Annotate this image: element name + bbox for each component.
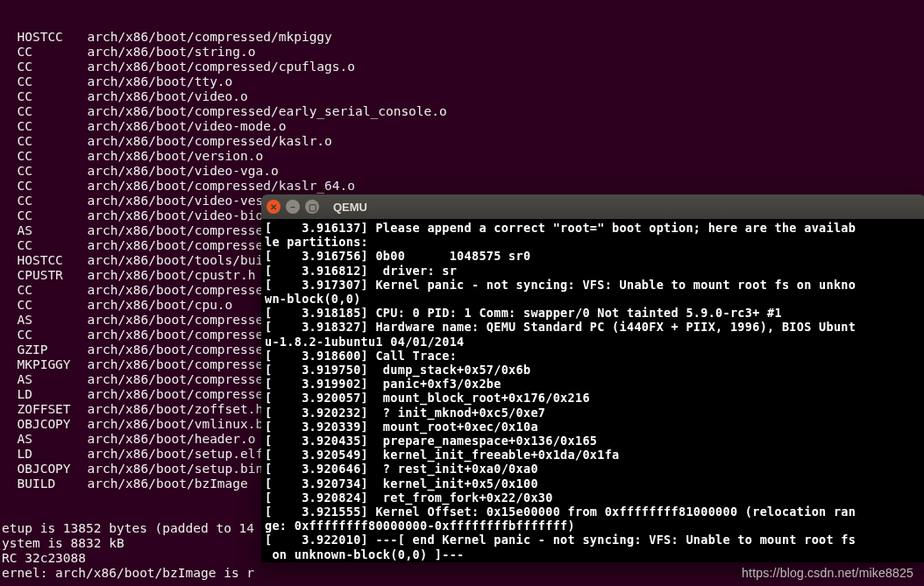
build-line: CCarch/x86/boot/tty.o — [2, 74, 922, 89]
qemu-log-line: [ 3.920232] ? init_mknod+0xc5/0xe7 — [265, 406, 922, 420]
build-line: CCarch/x86/boot/video-mode.o — [2, 119, 922, 134]
build-line: CCarch/x86/boot/string.o — [2, 45, 922, 60]
qemu-log-line: [ 3.916137] Please append a correct "roo… — [265, 221, 922, 235]
maximize-icon[interactable]: ▢ — [305, 200, 319, 214]
qemu-log-line: [ 3.920549] kernel_init_freeable+0x1da/0… — [265, 448, 922, 462]
qemu-log-line: [ 3.919902] panic+0xf3/0x2be — [265, 377, 922, 391]
qemu-window-title: QEMU — [333, 200, 367, 215]
qemu-log-line: ge: 0xffffffff80000000-0xffffffffbffffff… — [265, 519, 922, 533]
qemu-log-line: [ 3.918185] CPU: 0 PID: 1 Comm: swapper/… — [265, 306, 922, 320]
qemu-log-line: [ 3.920057] mount_block_root+0x176/0x216 — [265, 391, 922, 405]
build-line: CCarch/x86/boot/video-vga.o — [2, 164, 922, 179]
qemu-log-line: [ 3.918327] Hardware name: QEMU Standard… — [265, 320, 922, 334]
qemu-log-line: [ 3.919750] dump_stack+0x57/0x6b — [265, 363, 922, 377]
qemu-log-line: u-1.8.2-1ubuntu1 04/01/2014 — [265, 335, 922, 349]
qemu-log-line: [ 3.921555] Kernel Offset: 0x15e00000 fr… — [265, 505, 922, 519]
qemu-log-line: [ 3.920646] ? rest_init+0xa0/0xa0 — [265, 462, 922, 476]
qemu-log-line: [ 3.920435] prepare_namespace+0x136/0x16… — [265, 434, 922, 448]
build-line: CCarch/x86/boot/compressed/early_serial_… — [2, 104, 922, 119]
close-icon[interactable]: ✕ — [267, 200, 281, 214]
qemu-log-line: [ 3.920339] mount_root+0xec/0x10a — [265, 420, 922, 434]
qemu-log-line: le partitions: — [265, 235, 922, 249]
qemu-log-line: [ 3.920824] ret_from_fork+0x22/0x30 — [265, 491, 922, 505]
qemu-window[interactable]: ✕ – ▢ QEMU [ 3.916137] Please append a c… — [261, 194, 924, 562]
build-line: CCarch/x86/boot/compressed/kaslr_64.o — [2, 179, 922, 194]
qemu-log-line: [ 3.922010] ---[ end Kernel panic - not … — [265, 533, 922, 547]
qemu-log-line: [ 3.920734] kernel_init+0x5/0x100 — [265, 477, 922, 491]
qemu-log-line: [ 3.918600] Call Trace: — [265, 349, 922, 363]
build-line: HOSTCCarch/x86/boot/compressed/mkpiggy — [2, 30, 922, 45]
build-line: CCarch/x86/boot/video.o — [2, 89, 922, 104]
qemu-titlebar[interactable]: ✕ – ▢ QEMU — [261, 194, 924, 219]
watermark-text: https://blog.csdn.net/mike8825 — [742, 566, 913, 581]
qemu-log-line: [ 3.917307] Kernel panic - not syncing: … — [265, 278, 922, 292]
qemu-log-line: on unknown-block(0,0) ]--- — [265, 547, 922, 561]
qemu-console-output: [ 3.916137] Please append a correct "roo… — [261, 219, 924, 562]
build-line: CCarch/x86/boot/version.o — [2, 149, 922, 164]
build-line: CCarch/x86/boot/compressed/kaslr.o — [2, 134, 922, 149]
build-line: CCarch/x86/boot/compressed/cpuflags.o — [2, 60, 922, 74]
qemu-log-line: [ 3.916812] driver: sr — [265, 264, 922, 278]
qemu-log-line: [ 3.916756] 0b00 1048575 sr0 — [265, 249, 922, 263]
qemu-log-line: wn-block(0,0) — [265, 292, 922, 306]
minimize-icon[interactable]: – — [286, 200, 300, 214]
